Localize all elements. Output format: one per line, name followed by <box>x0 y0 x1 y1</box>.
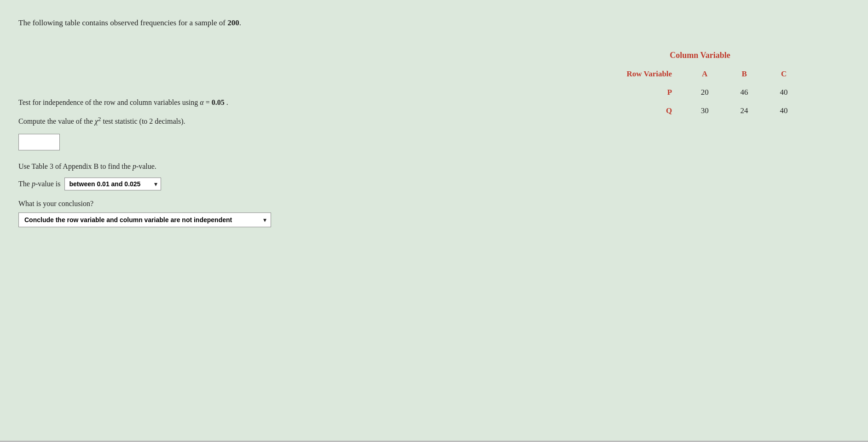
test-text-pre: Test for independence of the row and col… <box>18 98 200 106</box>
left-panel: Test for independence of the row and col… <box>18 41 387 227</box>
compute-text-post: test statistic (to 2 decimals). <box>101 117 185 125</box>
p-value-suffix: -value. <box>136 162 156 170</box>
main-layout: Test for independence of the row and col… <box>18 41 840 227</box>
col-header-c: C <box>764 65 804 83</box>
cell-q-2: 40 <box>764 102 804 120</box>
use-table-pre: Use Table 3 of Appendix B to find the <box>18 162 133 170</box>
conclusion-select-wrapper[interactable]: Conclude the row variable and column var… <box>18 212 271 227</box>
p-value-label-post: -value is <box>35 180 61 188</box>
conclusion-select[interactable]: Conclude the row variable and column var… <box>18 212 271 227</box>
chi-square-answer-box[interactable] <box>18 134 60 150</box>
p-value-label-pre: The <box>18 180 32 188</box>
table-row: P204640 <box>601 83 804 102</box>
intro-text-pre: The following table contains observed fr… <box>18 18 227 27</box>
conclusion-label: What is your conclusion? <box>18 200 387 208</box>
alpha-value: 0.05 <box>212 98 225 106</box>
row-label-p: P <box>601 83 685 102</box>
column-variable-label: Column Variable <box>601 51 804 60</box>
test-equals: = <box>204 98 212 106</box>
intro-paragraph: The following table contains observed fr… <box>18 18 840 28</box>
intro-sample-size: 200 <box>227 18 239 27</box>
cell-p-2: 40 <box>764 83 804 102</box>
test-text-post: . <box>225 98 228 106</box>
intro-text-post: . <box>239 18 241 27</box>
table-header-row: Row Variable A B C <box>601 65 804 83</box>
row-label-q: Q <box>601 102 685 120</box>
chi-symbol: χ <box>95 117 98 125</box>
p-value-select-wrapper[interactable]: between 0.01 and 0.025less than 0.01betw… <box>64 178 161 190</box>
table-row: Q302440 <box>601 102 804 120</box>
col-header-b: B <box>724 65 764 83</box>
row-variable-header: Row Variable <box>601 65 685 83</box>
p-value-select[interactable]: between 0.01 and 0.025less than 0.01betw… <box>64 178 161 190</box>
compute-text-pre: Compute the value of the <box>18 117 95 125</box>
cell-p-0: 20 <box>685 83 724 102</box>
alpha-symbol: α <box>200 98 203 106</box>
p-label-italic: p <box>32 180 35 188</box>
p-value-label: The p-value is <box>18 180 61 188</box>
compute-statement: Compute the value of the χ2 test statist… <box>18 114 387 127</box>
p-italic-use: p <box>133 162 136 170</box>
col-header-a: A <box>685 65 724 83</box>
right-panel: Column Variable Row Variable A B C P2046… <box>601 41 840 120</box>
frequency-table: Row Variable A B C P204640Q302440 <box>601 65 804 120</box>
p-value-row: The p-value is between 0.01 and 0.025les… <box>18 178 387 190</box>
cell-q-0: 30 <box>685 102 724 120</box>
use-table-text: Use Table 3 of Appendix B to find the p-… <box>18 161 387 172</box>
cell-p-1: 46 <box>724 83 764 102</box>
cell-q-1: 24 <box>724 102 764 120</box>
test-statement: Test for independence of the row and col… <box>18 97 387 109</box>
